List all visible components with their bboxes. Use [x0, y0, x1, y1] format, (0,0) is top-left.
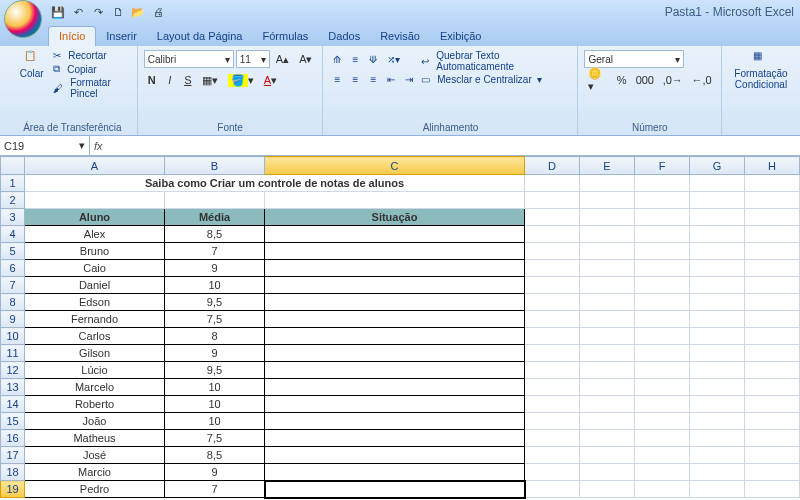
indent-dec-button[interactable]: ⇤	[383, 70, 399, 88]
cell-situacao[interactable]	[265, 260, 525, 277]
row-header[interactable]: 8	[1, 294, 25, 311]
cell[interactable]	[635, 345, 690, 362]
cell-aluno[interactable]: Marcelo	[25, 379, 165, 396]
cell[interactable]	[690, 243, 745, 260]
paste-button[interactable]: 📋 Colar	[14, 50, 49, 120]
cell[interactable]	[745, 413, 800, 430]
cell[interactable]	[635, 379, 690, 396]
select-all-corner[interactable]	[1, 157, 25, 175]
align-center-button[interactable]: ≡	[347, 70, 363, 88]
cell[interactable]	[690, 447, 745, 464]
cell[interactable]	[635, 362, 690, 379]
cell-media[interactable]: 9	[165, 345, 265, 362]
cell[interactable]	[635, 192, 690, 209]
cell[interactable]	[525, 328, 580, 345]
cell-aluno[interactable]: Gilson	[25, 345, 165, 362]
col-header-h[interactable]: H	[745, 157, 800, 175]
cell[interactable]	[580, 328, 635, 345]
cell-situacao[interactable]	[265, 447, 525, 464]
cell[interactable]	[635, 175, 690, 192]
cell[interactable]	[745, 464, 800, 481]
cell[interactable]	[580, 430, 635, 447]
cell[interactable]	[635, 464, 690, 481]
cell-situacao[interactable]	[265, 362, 525, 379]
cell[interactable]	[635, 209, 690, 226]
cell[interactable]	[580, 464, 635, 481]
qat-print-icon[interactable]: 🖨	[150, 4, 166, 20]
cell-aluno[interactable]: Bruno	[25, 243, 165, 260]
cell-media[interactable]: 8,5	[165, 226, 265, 243]
cell[interactable]	[580, 396, 635, 413]
cell[interactable]	[580, 277, 635, 294]
grow-font-button[interactable]: A▴	[272, 50, 293, 68]
row-header[interactable]: 16	[1, 430, 25, 447]
row-header[interactable]: 1	[1, 175, 25, 192]
col-header-f[interactable]: F	[635, 157, 690, 175]
cell[interactable]	[635, 294, 690, 311]
cell-situacao[interactable]	[265, 226, 525, 243]
row-header[interactable]: 12	[1, 362, 25, 379]
cell-situacao[interactable]	[265, 481, 525, 498]
fx-icon[interactable]: fx	[94, 140, 103, 152]
dec-decimal-button[interactable]: ←,0	[688, 71, 715, 89]
cell[interactable]	[745, 345, 800, 362]
conditional-formatting-button[interactable]: ▦ Formatação Condicional	[728, 50, 794, 120]
comma-button[interactable]: 000	[632, 71, 657, 89]
cell[interactable]	[745, 192, 800, 209]
cell-media[interactable]: 8,5	[165, 447, 265, 464]
qat-redo-icon[interactable]: ↷	[90, 4, 106, 20]
align-right-button[interactable]: ≡	[365, 70, 381, 88]
cell[interactable]	[745, 175, 800, 192]
cell[interactable]	[635, 328, 690, 345]
cell[interactable]	[580, 175, 635, 192]
cell[interactable]	[690, 379, 745, 396]
header-media[interactable]: Média	[165, 209, 265, 226]
col-header-e[interactable]: E	[580, 157, 635, 175]
col-header-g[interactable]: G	[690, 157, 745, 175]
tab-inserir[interactable]: Inserir	[96, 27, 147, 46]
cell-situacao[interactable]	[265, 345, 525, 362]
row-header[interactable]: 4	[1, 226, 25, 243]
cell[interactable]	[580, 362, 635, 379]
cell[interactable]	[745, 294, 800, 311]
cell[interactable]	[745, 226, 800, 243]
cell[interactable]	[690, 192, 745, 209]
qat-open-icon[interactable]: 📂	[130, 4, 146, 20]
cell[interactable]	[525, 243, 580, 260]
cell[interactable]	[525, 413, 580, 430]
cell-media[interactable]: 10	[165, 396, 265, 413]
cell[interactable]	[165, 192, 265, 209]
cell[interactable]	[690, 175, 745, 192]
cell-situacao[interactable]	[265, 243, 525, 260]
cell-situacao[interactable]	[265, 379, 525, 396]
cell-media[interactable]: 7,5	[165, 430, 265, 447]
cell-aluno[interactable]: Roberto	[25, 396, 165, 413]
cell[interactable]	[580, 311, 635, 328]
cut-button[interactable]: ✂ Recortar	[53, 50, 130, 61]
tab-revisao[interactable]: Revisão	[370, 27, 430, 46]
cell[interactable]	[635, 481, 690, 498]
cell[interactable]	[580, 226, 635, 243]
cell-aluno[interactable]: Edson	[25, 294, 165, 311]
cell-situacao[interactable]	[265, 464, 525, 481]
cell-situacao[interactable]	[265, 294, 525, 311]
orientation-button[interactable]: ⤮▾	[383, 50, 404, 68]
italic-button[interactable]: I	[162, 71, 178, 89]
row-header[interactable]: 2	[1, 192, 25, 209]
row-header[interactable]: 14	[1, 396, 25, 413]
font-color-button[interactable]: A▾	[260, 71, 281, 89]
cell[interactable]	[525, 209, 580, 226]
format-painter-button[interactable]: 🖌 Formatar Pincel	[53, 77, 130, 99]
cell[interactable]	[525, 192, 580, 209]
cell-aluno[interactable]: Marcio	[25, 464, 165, 481]
qat-new-icon[interactable]: 🗋	[110, 4, 126, 20]
tab-formulas[interactable]: Fórmulas	[253, 27, 319, 46]
cell[interactable]	[745, 362, 800, 379]
cell[interactable]	[690, 430, 745, 447]
cell-media[interactable]: 10	[165, 413, 265, 430]
cell-aluno[interactable]: Caio	[25, 260, 165, 277]
cell[interactable]	[635, 311, 690, 328]
cell[interactable]	[745, 277, 800, 294]
cell-aluno[interactable]: Matheus	[25, 430, 165, 447]
align-top-button[interactable]: ⟰	[329, 50, 345, 68]
